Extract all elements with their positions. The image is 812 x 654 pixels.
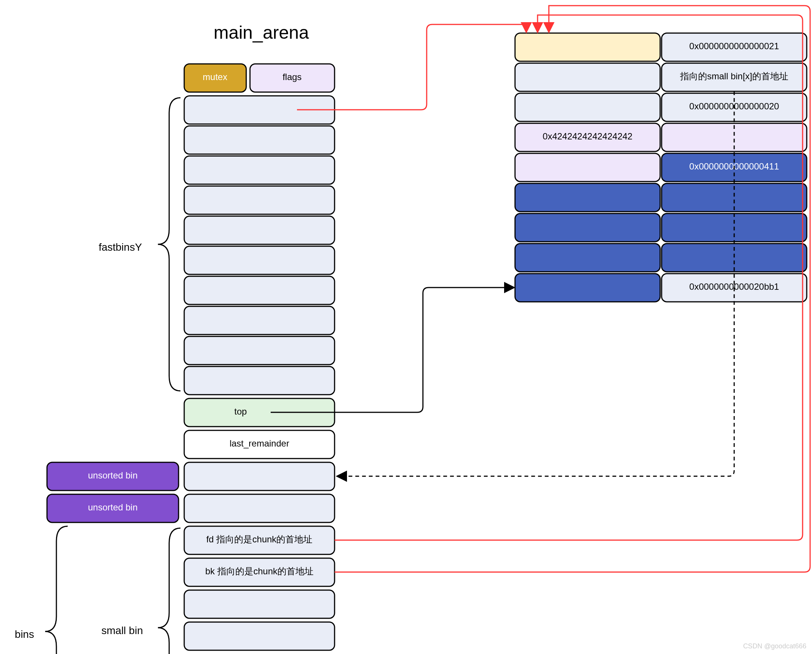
fastbin-row-6 (184, 276, 335, 304)
chunk-r6-left (515, 214, 660, 242)
chunk-r5-left (515, 183, 660, 212)
last-remainder-label: last_remainder (230, 438, 289, 448)
fastbin-row-4 (184, 216, 335, 244)
bins-row-1 (184, 494, 335, 523)
chunk-r0-left (515, 33, 660, 61)
flags-label: flags (283, 72, 302, 82)
bins-brace (45, 526, 68, 654)
fastbinsY-brace (158, 98, 180, 391)
fastbin-row-7 (184, 306, 335, 335)
smallbin-label: small bin (101, 625, 143, 636)
chunk-r8-left (515, 274, 660, 302)
fastbin-row-5 (184, 246, 335, 274)
fastbin-row-3 (184, 186, 335, 214)
bk-label: bk 指向的是chunk的首地址 (205, 566, 313, 576)
chunk-r7-left (515, 244, 660, 272)
fastbin-row-1 (184, 126, 335, 154)
watermark: CSDN @goodcat666 (743, 642, 806, 650)
chunk-r3-left-text: 0x4242424242424242 (543, 131, 633, 141)
fastbin-row-9 (184, 367, 335, 395)
chunk-r4-left (515, 153, 660, 182)
smallbin-brace (158, 528, 180, 654)
chunk-r2-left (515, 93, 660, 121)
top-label: top (234, 406, 246, 416)
fastbinsY-label: fastbinsY (98, 241, 142, 253)
bins-row-5 (184, 622, 335, 650)
mutex-label: mutex (203, 72, 227, 82)
chunk-r0-right-text: 0x0000000000000021 (690, 41, 779, 51)
fd-label: fd 指向的是chunk的首地址 (206, 534, 313, 544)
diagram-canvas: main_arena mutex flags fastbinsY top las… (0, 0, 812, 654)
unsorted-bin-label-0: unsorted bin (88, 470, 138, 480)
chunk-r1-right-text: 指向的small bin[x]的首地址 (680, 71, 788, 81)
unsorted-bin-label-1: unsorted bin (88, 502, 138, 512)
bins-label: bins (15, 628, 34, 640)
title: main_arena (214, 23, 309, 43)
chunk-r1-left (515, 63, 660, 91)
bins-row-4 (184, 590, 335, 618)
bins-row-0 (184, 462, 335, 490)
fastbin-row-8 (184, 336, 335, 365)
fastbin-row-2 (184, 156, 335, 184)
